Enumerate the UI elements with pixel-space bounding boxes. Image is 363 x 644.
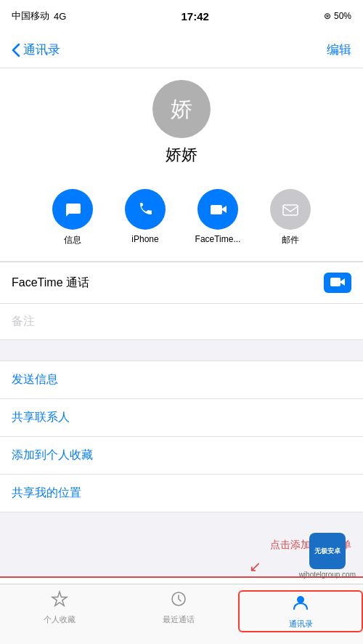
tab-favorites-label: 个人收藏	[44, 614, 76, 625]
notes-placeholder: 备注	[12, 315, 35, 327]
message-icon	[52, 189, 93, 230]
action-phone-label: iPhone	[131, 234, 158, 244]
back-button[interactable]: 通讯录	[12, 41, 60, 58]
action-mail[interactable]: 邮件	[261, 189, 319, 246]
nav-bar: 通讯录 编辑	[0, 32, 363, 68]
carrier-label: 中国移动	[12, 9, 49, 23]
tab-bar: 个人收藏 最近通话 通讯录	[0, 584, 363, 644]
tab-contacts-label: 通讯录	[289, 619, 313, 629]
annotation-area: 点击添加入黑名单 ↗	[0, 533, 363, 576]
action-facetime[interactable]: FaceTime...	[189, 189, 247, 246]
battery-label: 50%	[334, 11, 351, 21]
action-facetime-label: FaceTime...	[195, 234, 241, 244]
tab-favorites[interactable]: 个人收藏	[0, 590, 119, 625]
content-area: FaceTime 通话 备注 发送信息 共享联系人 添加到个人收藏 共享我的位置	[0, 262, 363, 616]
avatar: 娇	[152, 80, 211, 138]
facetime-icon	[197, 189, 238, 230]
action-message[interactable]: 信息	[44, 189, 102, 246]
action-mail-label: 邮件	[282, 234, 299, 246]
share-location-item[interactable]: 共享我的位置	[0, 475, 363, 512]
svg-rect-2	[330, 278, 340, 286]
share-contact-item[interactable]: 共享联系人	[0, 399, 363, 437]
contact-header: 娇 娇娇	[0, 68, 363, 180]
status-right: ⊛ 50%	[324, 11, 351, 21]
tab-recents[interactable]: 最近通话	[119, 590, 238, 625]
recents-icon	[170, 590, 187, 612]
contacts-icon	[291, 593, 310, 616]
back-chevron-icon	[12, 43, 20, 57]
tab-contacts[interactable]: 通讯录	[238, 590, 363, 632]
battery-icon: ⊛	[324, 11, 331, 21]
add-favorites-item[interactable]: 添加到个人收藏	[0, 437, 363, 475]
network-label: 4G	[54, 11, 66, 22]
annotation-text: 点击添加入黑名单	[270, 539, 351, 552]
facetime-row: FaceTime 通话	[0, 262, 363, 303]
facetime-section: FaceTime 通话 备注	[0, 262, 363, 340]
facetime-title: FaceTime 通话	[12, 275, 89, 291]
status-left: 中国移动 4G	[12, 9, 66, 23]
action-message-label: 信息	[64, 234, 81, 246]
favorites-icon	[51, 590, 68, 612]
time-label: 17:42	[181, 10, 208, 23]
annotation-arrow-icon: ↗	[249, 559, 261, 576]
edit-button[interactable]: 编辑	[327, 41, 351, 58]
svg-rect-1	[283, 205, 298, 215]
svg-point-4	[297, 596, 304, 603]
action-phone[interactable]: iPhone	[116, 189, 174, 246]
back-label: 通讯录	[23, 41, 60, 58]
tab-recents-label: 最近通话	[163, 614, 195, 625]
action-links-section: 发送信息 共享联系人 添加到个人收藏 共享我的位置	[0, 361, 363, 512]
phone-icon	[125, 189, 166, 230]
facetime-video-icon[interactable]	[324, 273, 351, 293]
svg-rect-0	[211, 205, 222, 214]
divider-2	[0, 512, 363, 533]
mail-icon	[270, 189, 311, 230]
divider-1	[0, 340, 363, 361]
send-message-item[interactable]: 发送信息	[0, 361, 363, 399]
notes-row[interactable]: 备注	[0, 303, 363, 339]
action-row: 信息 iPhone FaceTime... 邮件	[0, 180, 363, 262]
status-bar: 中国移动 4G 17:42 ⊛ 50%	[0, 0, 363, 32]
contact-name: 娇娇	[166, 144, 197, 166]
